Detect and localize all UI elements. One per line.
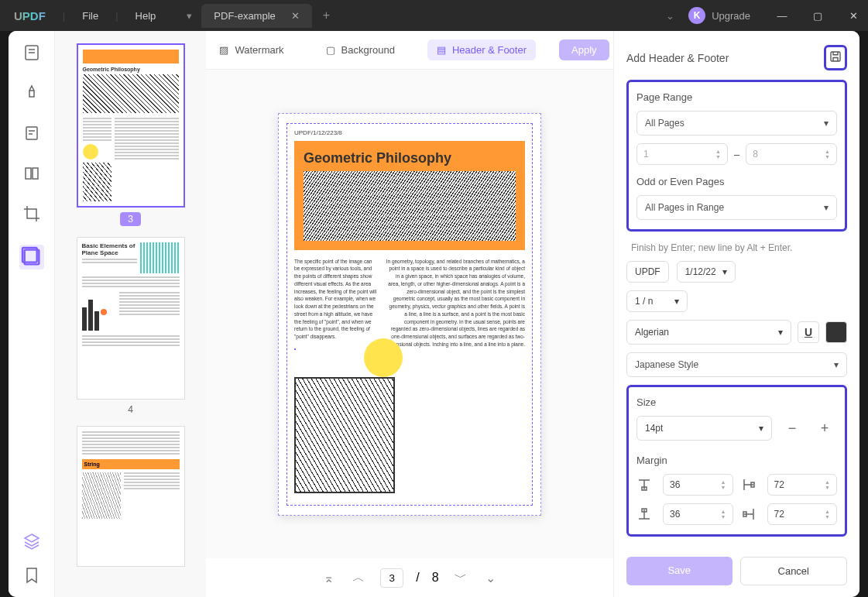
size-label: Size <box>636 396 837 408</box>
header-footer-icon: ▤ <box>437 44 446 56</box>
page-number-input[interactable] <box>380 568 403 588</box>
hint-text: Finish by Enter; new line by Alt + Enter… <box>626 242 847 253</box>
odd-even-dropdown[interactable]: All Pages in Range▾ <box>636 195 837 220</box>
page-range-dropdown[interactable]: All Pages▾ <box>636 111 837 136</box>
page-left-column: The specific point of the image can be e… <box>294 258 377 348</box>
size-dropdown[interactable]: 14pt▾ <box>636 416 772 441</box>
margin-right-input[interactable]: 72▲▼ <box>767 503 838 525</box>
page-separator: / <box>416 571 419 585</box>
watermark-button[interactable]: ▨Watermark <box>210 39 293 60</box>
organize-icon[interactable] <box>22 164 41 183</box>
svg-rect-3 <box>33 168 38 179</box>
increase-size-button[interactable]: + <box>812 416 837 441</box>
document-tab[interactable]: PDF-example ✕ <box>201 4 311 28</box>
color-button[interactable] <box>825 321 847 343</box>
svg-rect-2 <box>26 168 31 179</box>
main-area: ▨Watermark ▢Background ▤Header & Footer … <box>206 31 613 597</box>
bookmark-icon[interactable] <box>22 566 41 585</box>
highlight-icon[interactable] <box>22 84 41 102</box>
chevron-down-icon: ▾ <box>674 296 679 307</box>
avatar[interactable]: K <box>688 7 705 24</box>
upgrade-link[interactable]: Upgrade <box>712 10 750 22</box>
margin-bottom-input[interactable]: 36▲▼ <box>663 503 733 525</box>
sidebar <box>9 31 55 597</box>
chevron-down-icon: ▾ <box>759 423 763 434</box>
size-margin-section: Size 14pt▾ − + Margin 36▲▼ 72▲▼ 36▲▼ 72▲… <box>626 385 847 537</box>
page-range-label: Page Range <box>636 91 837 103</box>
page-preview: UPDF/1/12/223/8 Geometric Philosophy The… <box>278 113 541 516</box>
margin-label: Margin <box>636 455 837 466</box>
chevron-down-icon: ▾ <box>834 359 839 370</box>
add-tab-button[interactable]: + <box>312 9 341 22</box>
margin-right-icon <box>741 506 756 522</box>
page-range-section: Page Range All Pages▾ 1▲▼ – 8▲▼ Odd or E… <box>626 80 847 232</box>
margin-top-input[interactable]: 36▲▼ <box>663 474 733 496</box>
thumbnail-panel: Geometric Philosophy 3 Basic Elements of… <box>55 31 206 597</box>
cancel-button[interactable]: Cancel <box>740 557 848 585</box>
titlebar: UPDF | File | Help ▾ PDF-example ✕ + ⌄ K… <box>0 0 868 31</box>
crop-icon[interactable] <box>22 204 41 223</box>
toolbar: ▨Watermark ▢Background ▤Header & Footer … <box>206 31 613 70</box>
page-header-text: UPDF/1/12/223/8 <box>294 129 525 136</box>
page-tools-icon[interactable] <box>19 245 44 269</box>
page-navigator: ⌅ ︿ / 8 ﹀ ⌄ <box>206 558 613 597</box>
date-dropdown[interactable]: 1/12/22▾ <box>677 261 736 283</box>
watermark-icon: ▨ <box>219 44 228 56</box>
svg-rect-6 <box>831 52 840 61</box>
background-icon: ▢ <box>326 44 335 56</box>
maximize-button[interactable]: ▢ <box>803 0 832 31</box>
panel-title: Add Header & Footer <box>626 52 729 64</box>
edit-icon[interactable] <box>22 124 41 142</box>
page-format-dropdown[interactable]: 1 / n▾ <box>626 290 688 312</box>
last-page-button[interactable]: ⌄ <box>482 568 499 588</box>
header-footer-button[interactable]: ▤Header & Footer <box>427 39 536 60</box>
prev-page-button[interactable]: ︿ <box>349 567 368 589</box>
background-button[interactable]: ▢Background <box>317 39 404 60</box>
thumbnail-page-5[interactable]: String <box>77 426 185 567</box>
minimize-button[interactable]: — <box>767 0 797 31</box>
tab-label: PDF-example <box>214 10 275 22</box>
thumbnail-page-3[interactable]: Geometric Philosophy 3 <box>77 43 185 226</box>
page-total: 8 <box>432 571 439 585</box>
range-to-input[interactable]: 8▲▼ <box>746 143 837 165</box>
chevron-down-icon: ▾ <box>778 327 783 338</box>
save-button[interactable]: Save <box>626 557 732 585</box>
save-template-icon[interactable] <box>824 45 847 70</box>
reader-icon[interactable] <box>22 43 41 62</box>
chevron-down-icon: ▾ <box>824 118 829 129</box>
font-dropdown[interactable]: Algerian▾ <box>626 320 791 345</box>
underline-button[interactable]: U <box>798 321 819 343</box>
odd-even-label: Odd or Even Pages <box>636 176 837 187</box>
menu-file[interactable]: File <box>68 10 112 22</box>
margin-bottom-icon <box>636 506 652 522</box>
tab-dropdown-icon[interactable]: ▾ <box>177 10 201 22</box>
thumbnail-page-4[interactable]: Basic Elements of Plane Space 4 <box>77 237 185 415</box>
page-title: Geometric Philosophy <box>304 150 516 166</box>
chevron-down-icon[interactable]: ⌄ <box>658 10 682 22</box>
first-page-button[interactable]: ⌅ <box>321 568 337 588</box>
close-icon[interactable]: ✕ <box>291 10 300 22</box>
margin-left-input[interactable]: 72▲▼ <box>767 474 838 496</box>
app-logo: UPDF <box>0 9 60 22</box>
next-page-button[interactable]: ﹀ <box>451 567 470 589</box>
properties-panel: Add Header & Footer Page Range All Pages… <box>613 31 859 597</box>
decrease-size-button[interactable]: − <box>780 416 805 441</box>
close-button[interactable]: ✕ <box>839 0 868 31</box>
page-right-column: In geometry, topology, and related branc… <box>385 258 525 348</box>
chevron-down-icon: ▾ <box>824 202 829 213</box>
svg-rect-1 <box>26 127 37 139</box>
layers-icon[interactable] <box>22 532 41 551</box>
menu-help[interactable]: Help <box>122 10 170 22</box>
prefix-dropdown[interactable]: UPDF <box>626 261 669 283</box>
chevron-down-icon: ▾ <box>722 266 727 277</box>
range-from-input[interactable]: 1▲▼ <box>636 143 728 165</box>
margin-left-icon <box>741 477 756 492</box>
style-dropdown[interactable]: Japanese Style▾ <box>626 352 847 377</box>
margin-top-icon <box>636 477 652 492</box>
apply-button[interactable]: Apply <box>559 39 609 60</box>
